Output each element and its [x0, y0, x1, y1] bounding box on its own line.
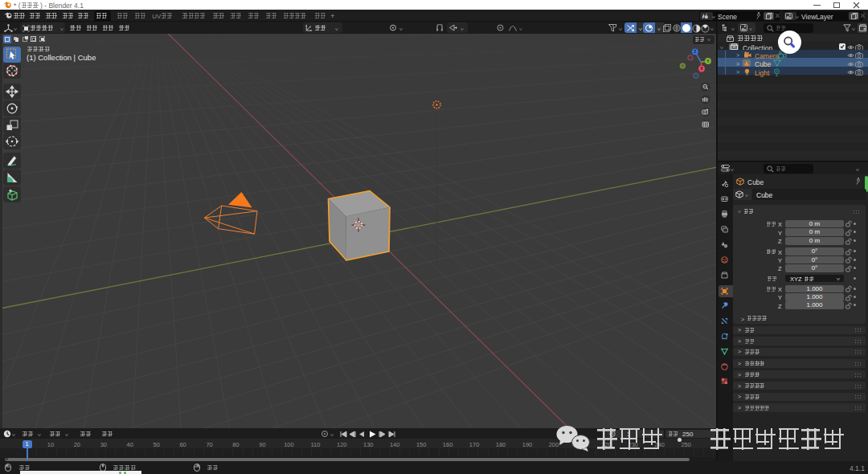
svg-text:Z: Z	[694, 49, 696, 54]
